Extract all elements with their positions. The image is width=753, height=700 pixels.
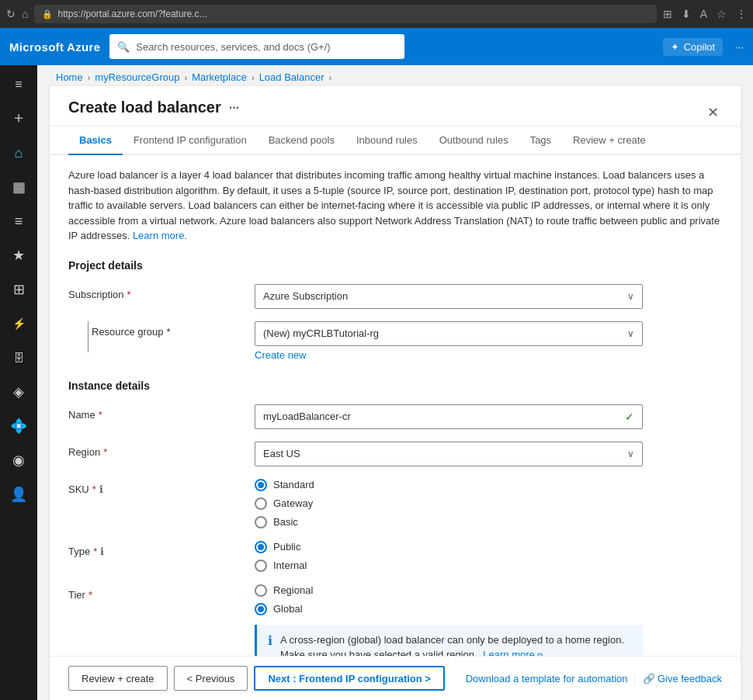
type-public-option[interactable]: Public	[255, 541, 643, 553]
instance-details-section: Instance details Name * myLoadBalancer-c…	[68, 379, 722, 657]
rg-required: *	[167, 326, 171, 338]
resource-group-dropdown[interactable]: (New) myCRLBTutorial-rg ∨	[255, 321, 643, 346]
type-public-radio[interactable]	[255, 541, 267, 553]
extensions-browser-icon[interactable]: ⊞	[663, 8, 672, 20]
breadcrumb-loadbalancer[interactable]: Load Balancer	[259, 71, 324, 83]
panel-header: Create load balancer ··· ✕	[50, 86, 741, 126]
download-template-link[interactable]: Download a template for automation	[466, 673, 628, 684]
resource-group-row: Resource group * (New) myCRLBTutorial-rg…	[68, 321, 722, 361]
feedback-icon: 🔗	[643, 673, 655, 684]
panel-title-text: Create load balancer	[68, 99, 221, 116]
name-required: *	[99, 409, 102, 421]
next-button[interactable]: Next : Frontend IP configuration >	[254, 666, 445, 691]
name-check-icon: ✓	[625, 411, 634, 423]
panel-body: Azure load balancer is a layer 4 load ba…	[50, 155, 741, 656]
sidebar-item-home[interactable]: ⌂	[3, 137, 34, 168]
sku-gateway-option[interactable]: Gateway	[255, 497, 643, 510]
subscription-required: *	[127, 289, 131, 300]
subscription-dropdown-arrow: ∨	[627, 291, 634, 302]
learn-more-link[interactable]: Learn more.	[133, 230, 187, 241]
tab-outbound-rules[interactable]: Outbound rules	[429, 126, 519, 155]
sku-gateway-radio[interactable]	[255, 497, 267, 510]
refresh-icon[interactable]: ↻	[6, 8, 16, 20]
more-nav-icon[interactable]: ···	[735, 41, 744, 53]
home-browser-icon[interactable]: ⌂	[22, 8, 28, 20]
tab-review-create[interactable]: Review + create	[562, 126, 657, 155]
subscription-dropdown[interactable]: Azure Subscription ∨	[255, 284, 643, 309]
tier-label: Tier *	[68, 584, 255, 601]
search-nav-icon: 🔍	[117, 41, 130, 53]
sku-basic-option[interactable]: Basic	[255, 516, 643, 528]
browser-chrome: ↻ ⌂ 🔒 https://portal.azure.com/?feature.…	[0, 0, 753, 28]
type-internal-radio[interactable]	[255, 560, 267, 572]
tab-backend-pools[interactable]: Backend pools	[258, 126, 345, 155]
download-browser-icon[interactable]: ⬇	[682, 8, 691, 20]
sku-info-icon[interactable]: ℹ	[99, 483, 103, 495]
sidebar-item-dashboard[interactable]: ▦	[3, 172, 34, 203]
tier-radio-group: Regional Global	[255, 584, 643, 615]
sku-standard-radio[interactable]	[255, 479, 267, 491]
name-input[interactable]: myLoadBalancer-cr ✓	[255, 404, 643, 429]
tier-regional-radio[interactable]	[255, 584, 267, 597]
info-box-text: A cross-region (global) load balancer ca…	[280, 632, 632, 657]
more-browser-icon[interactable]: ⋮	[736, 8, 747, 20]
sku-standard-option[interactable]: Standard	[255, 479, 643, 491]
bookmark-browser-icon[interactable]: ☆	[717, 8, 727, 20]
instance-details-title: Instance details	[68, 379, 722, 392]
global-search-box[interactable]: 🔍 Search resources, services, and docs (…	[109, 34, 404, 59]
sidebar-item-sql[interactable]: 🗄	[3, 342, 34, 373]
sidebar-item-extensions[interactable]: ◈	[3, 376, 34, 407]
subscription-label: Subscription *	[68, 284, 255, 300]
global-tier-info-box: ℹ A cross-region (global) load balancer …	[255, 625, 643, 657]
sidebar-item-activity[interactable]: ⚡	[3, 308, 34, 339]
sidebar-add-icon[interactable]: ＋	[5, 101, 33, 134]
subscription-row: Subscription * Azure Subscription ∨	[68, 284, 722, 309]
name-label: Name *	[68, 404, 255, 421]
create-lb-panel: Create load balancer ··· ✕ Basics Fronte…	[50, 86, 741, 700]
create-new-rg-link[interactable]: Create new	[255, 349, 306, 361]
url-bar[interactable]: 🔒 https://portal.azure.com/?feature.c...	[34, 5, 656, 23]
give-feedback-button[interactable]: 🔗 Give feedback	[643, 673, 722, 684]
tier-regional-option[interactable]: Regional	[255, 584, 643, 597]
copilot-button[interactable]: ✦ Copilot	[663, 38, 723, 56]
close-button[interactable]: ✕	[704, 102, 722, 123]
sidebar-item-monitor[interactable]: ◉	[3, 445, 34, 476]
tier-global-radio[interactable]	[255, 603, 267, 615]
type-radio-group: Public Internal	[255, 541, 643, 572]
breadcrumb-sep-4: ›	[328, 73, 331, 82]
sku-row: SKU * ℹ Standard	[68, 479, 722, 528]
tab-basics[interactable]: Basics	[68, 126, 123, 155]
tier-global-option[interactable]: Global	[255, 603, 643, 615]
sku-basic-radio[interactable]	[255, 516, 267, 528]
sidebar-item-resources[interactable]: ⊞	[3, 274, 34, 305]
region-row: Region * East US ∨	[68, 442, 722, 466]
type-info-icon[interactable]: ℹ	[100, 546, 104, 557]
tab-tags[interactable]: Tags	[519, 126, 562, 155]
feedback-separator: |	[634, 673, 637, 684]
breadcrumb-rg[interactable]: myResourceGroup	[95, 71, 179, 83]
type-internal-option[interactable]: Internal	[255, 560, 643, 572]
name-value: myLoadBalancer-cr	[263, 411, 351, 422]
copilot-icon: ✦	[671, 41, 679, 53]
sidebar-item-allservices[interactable]: ≡	[3, 206, 34, 237]
review-create-button[interactable]: Review + create	[68, 666, 168, 691]
rg-label: Resource group *	[92, 321, 255, 338]
rg-value: (New) myCRLBTutorial-rg	[263, 327, 379, 339]
region-input-area: East US ∨	[255, 442, 643, 466]
breadcrumb-marketplace[interactable]: Marketplace	[192, 71, 247, 83]
nav-right-actions: ✦ Copilot ···	[663, 38, 744, 56]
sidebar-expand-icon[interactable]: ≡	[9, 71, 28, 98]
breadcrumb-home[interactable]: Home	[56, 71, 83, 83]
tab-frontend-ip[interactable]: Frontend IP configuration	[123, 126, 258, 155]
tab-inbound-rules[interactable]: Inbound rules	[345, 126, 429, 155]
previous-button[interactable]: < Previous	[174, 666, 248, 691]
type-row: Type * ℹ Public	[68, 541, 722, 572]
panel-options-icon[interactable]: ···	[229, 101, 239, 115]
sidebar-item-identity[interactable]: 👤	[3, 479, 34, 510]
sidebar-item-security[interactable]: 💠	[3, 411, 34, 442]
info-box-learn-more-link[interactable]: Learn more	[483, 649, 534, 656]
profile-browser-icon[interactable]: A	[700, 8, 707, 20]
breadcrumb-sep-1: ›	[88, 73, 91, 82]
region-dropdown[interactable]: East US ∨	[255, 442, 643, 466]
sidebar-item-favorites[interactable]: ★	[3, 240, 34, 271]
